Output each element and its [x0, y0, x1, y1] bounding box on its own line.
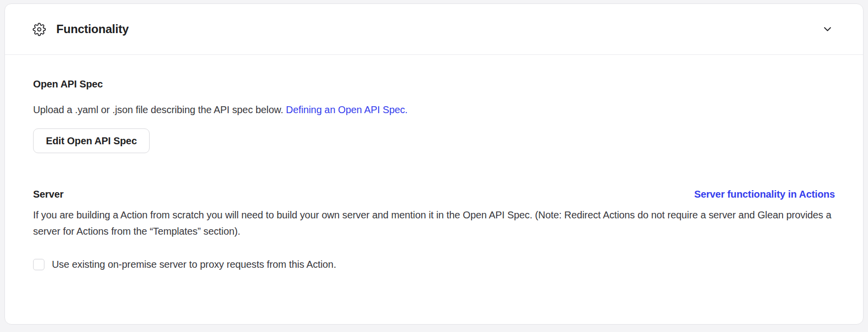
- server-label: Server: [33, 189, 64, 200]
- chevron-down-icon[interactable]: [820, 21, 835, 37]
- server-row: Server Server functionality in Actions: [33, 189, 835, 200]
- open-api-spec-description: Upload a .yaml or .json file describing …: [33, 102, 835, 118]
- functionality-card-header[interactable]: Functionality: [5, 4, 863, 55]
- card-title: Functionality: [56, 22, 129, 36]
- server-section: Server Server functionality in Actions I…: [33, 189, 835, 273]
- on-premise-checkbox-label: Use existing on-premise server to proxy …: [52, 256, 336, 273]
- on-premise-checkbox[interactable]: [33, 259, 44, 270]
- open-api-spec-description-text: Upload a .yaml or .json file describing …: [33, 104, 283, 115]
- edit-open-api-spec-button[interactable]: Edit Open API Spec: [33, 128, 150, 153]
- functionality-card: Functionality Open API Spec Upload a .ya…: [4, 3, 864, 325]
- server-description: If you are building a Action from scratc…: [33, 207, 835, 240]
- gear-icon: [33, 23, 46, 36]
- defining-open-api-spec-link[interactable]: Defining an Open API Spec.: [286, 104, 407, 115]
- open-api-spec-label: Open API Spec: [33, 79, 835, 90]
- server-functionality-link[interactable]: Server functionality in Actions: [694, 189, 835, 200]
- page-background: Functionality Open API Spec Upload a .ya…: [0, 0, 868, 332]
- open-api-spec-section: Open API Spec Upload a .yaml or .json fi…: [33, 79, 835, 153]
- functionality-card-body: Open API Spec Upload a .yaml or .json fi…: [5, 55, 863, 273]
- on-premise-checkbox-row[interactable]: Use existing on-premise server to proxy …: [33, 256, 336, 273]
